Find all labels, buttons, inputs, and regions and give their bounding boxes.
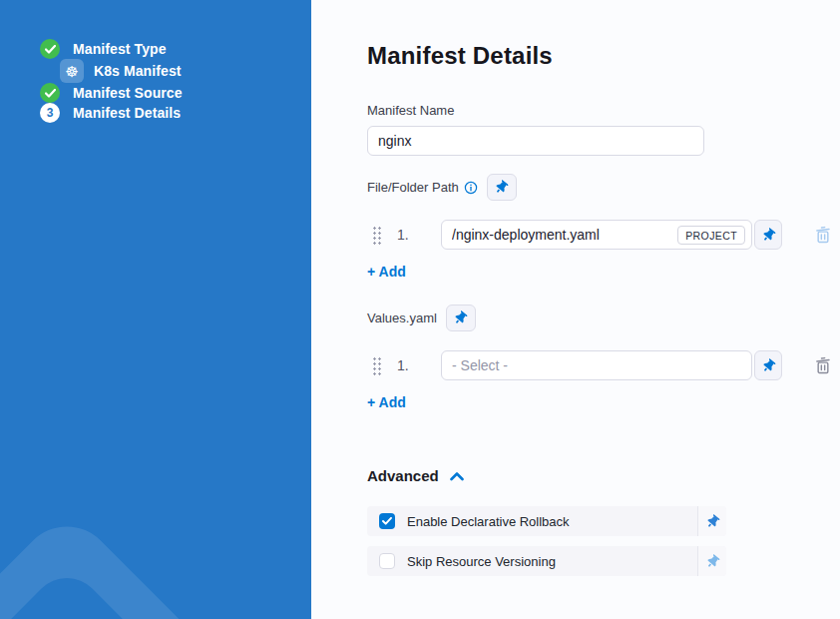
check-circle-icon	[40, 83, 60, 103]
step-number-badge: 3	[40, 103, 60, 123]
info-icon[interactable]	[464, 181, 478, 195]
checkbox-declarative-rollback[interactable]	[379, 513, 395, 529]
trash-icon	[813, 224, 833, 246]
manifest-details-panel: Manifest Details Manifest Name File/Fold…	[311, 0, 840, 619]
scope-badge: PROJECT	[677, 226, 745, 245]
substep-label: K8s Manifest	[94, 63, 182, 79]
row-index: 1.	[397, 357, 417, 373]
file-path-input[interactable]	[452, 227, 677, 243]
values-select-input[interactable]	[452, 357, 745, 373]
file-path-input-wrap: PROJECT	[441, 220, 752, 250]
pin-icon	[703, 552, 721, 570]
pin-icon	[493, 178, 511, 196]
manifest-wizard: Manifest Type ☸ K8s Manifest Manifest So…	[0, 0, 840, 619]
pin-button-file-folder-path[interactable]	[487, 174, 517, 201]
page-title: Manifest Details	[367, 42, 840, 70]
sidebar-step-manifest-details[interactable]: 3 Manifest Details	[40, 103, 311, 123]
manifest-name-label: Manifest Name	[367, 103, 840, 118]
values-yaml-row: 1.	[367, 350, 840, 380]
drag-handle-icon[interactable]	[372, 226, 381, 245]
sidebar-step-manifest-source[interactable]: Manifest Source	[40, 83, 311, 103]
checkbox-skip-resource-versioning[interactable]	[379, 553, 395, 569]
add-values-yaml-button[interactable]: + Add	[367, 394, 406, 410]
pin-button-values-yaml[interactable]	[446, 305, 476, 331]
pin-button-values-row[interactable]	[754, 350, 782, 380]
step-label-active: Manifest Details	[73, 105, 181, 121]
trash-icon	[813, 354, 833, 376]
file-path-input-group: PROJECT	[441, 220, 782, 250]
option-label: Enable Declarative Rollback	[407, 514, 697, 529]
step-label: Manifest Type	[73, 41, 167, 57]
values-yaml-label-row: Values.yaml	[367, 305, 840, 331]
option-row-skip-resource-versioning: Skip Resource Versioning	[367, 546, 726, 576]
pin-icon	[759, 226, 777, 244]
option-label: Skip Resource Versioning	[407, 554, 697, 569]
values-input-group	[441, 350, 782, 380]
file-path-row: 1. PROJECT	[367, 220, 840, 250]
option-row-declarative-rollback: Enable Declarative Rollback	[367, 506, 726, 536]
advanced-section-toggle[interactable]: Advanced	[367, 467, 840, 484]
step-label: Manifest Source	[73, 85, 183, 101]
pin-button-declarative-rollback[interactable]	[697, 506, 726, 536]
drag-handle-icon[interactable]	[372, 356, 381, 375]
pin-button-file-path-row[interactable]	[754, 220, 782, 250]
file-folder-path-label-row: File/Folder Path	[367, 174, 840, 201]
wizard-sidebar: Manifest Type ☸ K8s Manifest Manifest So…	[0, 0, 311, 619]
sidebar-substep-k8s-manifest[interactable]: ☸ K8s Manifest	[60, 59, 311, 83]
kubernetes-icon: ☸	[60, 59, 84, 83]
check-circle-icon	[40, 39, 60, 59]
chevron-up-icon	[450, 471, 464, 481]
pin-button-skip-resource-versioning[interactable]	[697, 546, 726, 576]
delete-file-path-button[interactable]	[813, 224, 833, 246]
advanced-label: Advanced	[367, 467, 439, 484]
delete-values-row-button[interactable]	[813, 354, 833, 376]
file-folder-path-label: File/Folder Path	[367, 180, 459, 195]
pin-icon	[759, 356, 777, 374]
manifest-name-input[interactable]	[367, 126, 704, 156]
pin-icon	[452, 309, 470, 326]
add-file-path-button[interactable]: + Add	[367, 264, 406, 280]
values-select-wrap	[441, 350, 752, 380]
values-yaml-label: Values.yaml	[367, 310, 437, 325]
pin-icon	[703, 512, 721, 530]
row-index: 1.	[397, 227, 417, 243]
sidebar-step-manifest-type[interactable]: Manifest Type	[40, 39, 311, 59]
